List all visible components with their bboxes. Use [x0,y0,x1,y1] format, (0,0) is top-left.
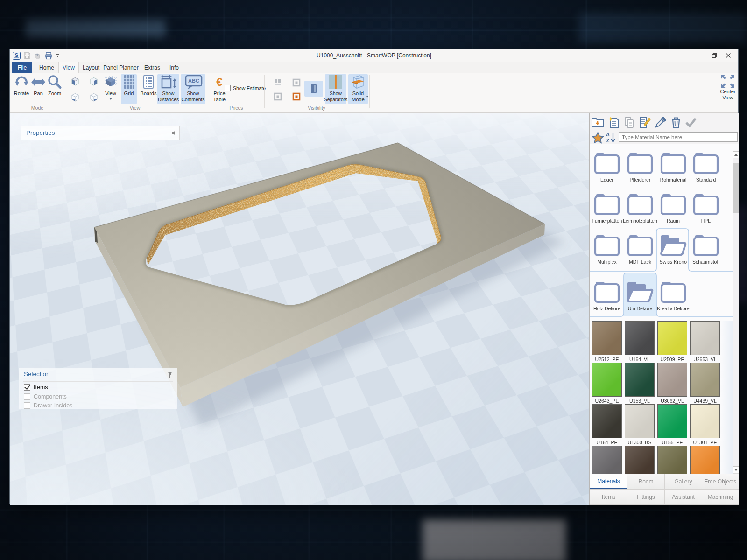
material-swatch-u2653_vl[interactable] [690,321,720,355]
tab-gallery[interactable]: Gallery [664,474,702,489]
tab-assistant[interactable]: Assistant [664,489,702,505]
new-material-button[interactable] [606,115,620,129]
close-button[interactable] [721,49,735,62]
material-swatch-u1300_bs[interactable] [625,404,655,438]
material-swatch-u2509_pe[interactable] [657,321,687,355]
tab-extras[interactable]: Extras [142,62,162,73]
pan-button[interactable]: Pan [31,74,46,104]
material-swatch[interactable] [625,446,655,474]
material-swatch-u4439_vl[interactable] [690,363,720,397]
tab-free-objects[interactable]: Free Objects [702,474,739,489]
boards-button[interactable]: Boards [141,74,156,104]
material-swatch-u164_vl[interactable] [625,321,655,355]
solid-mode-button[interactable]: Solid Mode [348,74,368,104]
folder-hpl[interactable]: HPL [690,190,722,230]
tab-file[interactable]: File [12,62,32,73]
tab-room[interactable]: Room [627,474,665,489]
show-fronts-button[interactable] [304,81,323,97]
folder-rohmaterial[interactable]: Rohmaterial [657,149,690,189]
minimize-button[interactable] [693,49,707,62]
center-view-button[interactable]: Center View [718,74,738,104]
materials-scrollbar[interactable] [733,151,739,474]
folder-furnierplatten[interactable]: Furnierplatten [591,190,623,230]
folder-kreativ-dekore[interactable]: Kreativ Dekore [657,278,690,318]
tab-items[interactable]: Items [590,489,627,505]
material-swatch-u2643_pe[interactable] [592,363,622,397]
tab-panel-planner[interactable]: Panel Planner [103,62,139,73]
pin-horizontal-icon[interactable] [169,130,176,136]
visibility-toggle-selected-button[interactable] [291,91,302,102]
show-estimate-checkbox[interactable] [225,85,231,91]
folder-multiplex[interactable]: Multiplex [591,231,623,271]
copy-button[interactable] [622,115,636,129]
minimize-icon [698,53,703,58]
components-checkbox[interactable] [24,393,30,400]
folder-icon [692,191,719,217]
pin-vertical-icon[interactable] [167,371,173,378]
items-checkbox[interactable] [24,384,30,391]
edit-button[interactable] [638,115,652,129]
folder-leimholzplatten[interactable]: Leimholzplatten [624,190,656,230]
folder-swiss-krono[interactable]: Swiss Krono [657,231,690,271]
board-3d[interactable] [10,113,589,505]
tab-materials[interactable]: Materials [590,474,627,489]
material-swatch-u155_pe[interactable] [657,404,687,438]
folder-icon [692,150,719,176]
folder-schaumstoff[interactable]: Schaumstoff [690,231,722,271]
tab-machining[interactable]: Machining [702,489,739,505]
view-cube-bottomleft-button[interactable] [69,91,82,104]
material-swatch-u153_vl[interactable] [625,363,655,397]
squares-pair-icon [274,78,282,87]
confirm-button[interactable] [684,115,698,129]
folder-icon [593,279,620,305]
visibility-toggle-covers-button[interactable] [272,77,283,88]
material-swatch-u164_pe[interactable] [592,404,622,438]
tab-layout[interactable]: Layout [81,62,101,73]
visibility-toggle-top-button[interactable] [291,77,302,88]
folder-mdf-lack[interactable]: MDF Lack [624,231,656,271]
view-cube-right-button[interactable] [87,75,100,88]
material-swatch-u1301_pe[interactable] [690,404,720,438]
drawer-insides-checkbox[interactable] [24,402,30,409]
new-folder-button[interactable] [591,115,605,129]
tab-home[interactable]: Home [36,62,57,73]
material-swatch[interactable] [592,446,622,474]
view-button[interactable]: View [101,74,120,104]
svg-text:A: A [606,132,610,137]
material-swatch[interactable] [657,446,687,474]
visibility-toggle-bottom-button[interactable] [272,91,283,102]
folder-holz-dekore[interactable]: Holz Dekore [591,278,623,318]
rotate-button[interactable]: Rotate [13,74,30,104]
folder-pfleiderer[interactable]: Pfleiderer [624,149,656,189]
folder-egger[interactable]: Egger [591,149,623,189]
delete-icon [670,116,682,128]
show-comments-button[interactable]: ABC Show Comments [181,74,205,104]
tab-info[interactable]: Info [165,62,183,73]
swatch-label: U2653_VL [689,357,721,362]
folder-standard[interactable]: Standard [690,149,722,189]
scrollbar-thumb[interactable] [733,163,739,213]
material-swatch-u2512_pe[interactable] [592,321,622,355]
viewport-3d[interactable]: Properties Selection Item [10,113,589,505]
scroll-up-button[interactable] [733,151,739,158]
tab-fittings[interactable]: Fittings [627,489,665,505]
tab-view[interactable]: View [58,62,79,73]
delete-button[interactable] [669,115,683,129]
view-cube-bottomright-button[interactable] [87,91,100,104]
view-cube-left-button[interactable] [69,75,82,88]
material-search-input[interactable] [619,132,738,142]
material-swatch[interactable] [690,446,720,474]
grid-button[interactable]: Grid [121,74,137,104]
zoom-button[interactable]: Zoom [47,74,63,104]
material-swatch-u3062_vl[interactable] [657,363,687,397]
scroll-down-button[interactable] [733,466,739,473]
favorites-button[interactable] [591,131,605,145]
sort-az-button[interactable]: A Z [604,131,617,145]
restore-button[interactable] [707,49,721,62]
eyedropper-button[interactable] [654,115,668,129]
show-distances-button[interactable]: Show Distances [157,74,179,104]
folder-uni-dekore[interactable]: Uni Dekore [624,278,656,318]
folder-raum[interactable]: Raum [657,190,690,230]
group-separator [63,75,63,108]
show-separators-button[interactable]: Show Separators [325,74,346,104]
